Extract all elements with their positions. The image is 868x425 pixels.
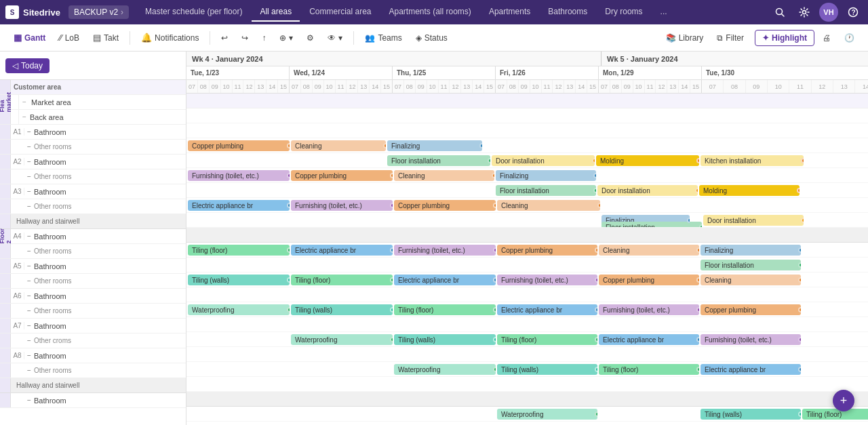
task-cleaning-a3[interactable]: Cleaning: [497, 200, 600, 211]
library-btn[interactable]: 📚 Library: [660, 31, 709, 45]
task-waterproof-a8[interactable]: Waterproofing: [394, 364, 496, 375]
gantt-btn[interactable]: ▦ Gantt: [8, 30, 51, 45]
task-tiling-floor-a4[interactable]: Tiling (floor): [188, 245, 290, 256]
gantt-a1-other[interactable]: Floor installation Door installation Mol…: [186, 153, 868, 168]
highlight-btn[interactable]: ✦ Highlight: [755, 30, 814, 46]
task-door-a3[interactable]: Door installation: [703, 215, 804, 226]
undo-btn[interactable]: ↩: [216, 31, 233, 45]
zoom-btn[interactable]: ⊕ ▾: [274, 31, 298, 45]
tab-bathrooms[interactable]: Bathrooms: [540, 3, 595, 22]
gantt-a8-bathroom[interactable]: Waterproofing Tiling (walls) Tiling (flo…: [186, 362, 868, 377]
task-tiling-walls-f3[interactable]: Tiling (walls): [701, 409, 801, 420]
search-icon-btn[interactable]: [770, 3, 789, 22]
task-copper-a5[interactable]: Copper plumbing: [599, 275, 699, 285]
task-electric-a8[interactable]: Electric appliance br: [701, 364, 801, 375]
collapse-market-btn[interactable]: −: [19, 97, 30, 108]
task-copper-a1[interactable]: Copper plumbing: [188, 140, 290, 151]
task-floor-a3[interactable]: Floor installation: [601, 222, 702, 228]
task-floor-a4[interactable]: Floor installation: [701, 260, 801, 270]
task-electric-a7[interactable]: Electric appliance br: [599, 334, 699, 345]
gantt-a3-other[interactable]: Finalizing Floor installation Door insta…: [186, 213, 868, 228]
task-furnish-a5[interactable]: Furnishing (toilet, etc.): [497, 275, 597, 285]
task-electric-a4[interactable]: Electric appliance br: [291, 245, 393, 256]
task-electric-a5[interactable]: Electric appliance br: [394, 275, 496, 285]
gantt-a4-other[interactable]: Floor installation: [186, 258, 868, 272]
task-cleaning-a2[interactable]: Cleaning: [394, 170, 494, 181]
task-finalizing-a4[interactable]: Finalizing: [701, 245, 801, 256]
gantt-a1-bathroom[interactable]: Copper plumbing Cleaning Finalizing: [186, 138, 868, 153]
task-molding-a2[interactable]: Molding: [699, 185, 800, 196]
task-tiling-floor-f3[interactable]: Tiling (floor): [802, 409, 868, 420]
gantt-a7-bathroom[interactable]: Waterproofing Tiling (walls) Tiling (flo…: [186, 332, 868, 347]
print-btn[interactable]: 🖨: [817, 31, 836, 45]
task-tiling-walls-a5[interactable]: Tiling (walls): [188, 275, 290, 285]
task-floor-a1[interactable]: Floor installation: [387, 155, 490, 166]
task-cleaning-a5[interactable]: Cleaning: [701, 275, 801, 285]
task-tiling-walls-a6[interactable]: Tiling (walls): [291, 304, 393, 315]
today-button[interactable]: ◁ Today: [5, 58, 50, 73]
task-end-dot-a8-4: [798, 367, 801, 372]
teams-btn[interactable]: 👥 Teams: [359, 31, 407, 45]
gantt-a5-bathroom[interactable]: Tiling (walls) Tiling (floor) Electric a…: [186, 272, 868, 287]
add-button[interactable]: +: [833, 390, 854, 411]
task-tiling-floor-a8[interactable]: Tiling (floor): [599, 364, 699, 375]
task-tiling-floor-a6[interactable]: Tiling (floor): [394, 304, 496, 315]
settings-icon-btn[interactable]: [795, 3, 814, 22]
task-floor-a2[interactable]: Floor installation: [496, 185, 596, 196]
history-btn[interactable]: 🕐: [839, 31, 860, 45]
tab-more[interactable]: ...: [652, 3, 675, 22]
task-furnish-a6[interactable]: Furnishing (toilet, etc.): [599, 304, 699, 315]
user-avatar[interactable]: VH: [819, 3, 838, 22]
upload-btn[interactable]: ↑: [256, 31, 271, 45]
task-copper-a2[interactable]: Copper plumbing: [291, 170, 393, 181]
redo-btn[interactable]: ↪: [236, 31, 254, 45]
task-waterproof-a6[interactable]: Waterproofing: [188, 304, 290, 315]
task-molding-a1[interactable]: Molding: [596, 155, 699, 166]
task-cleaning-a1[interactable]: Cleaning: [291, 140, 386, 151]
task-tiling-walls-a8[interactable]: Tiling (walls): [497, 364, 597, 375]
tab-dry-rooms[interactable]: Dry rooms: [597, 3, 650, 22]
task-copper-a3[interactable]: Copper plumbing: [394, 200, 496, 211]
notifications-btn[interactable]: 🔔 Notifications: [136, 30, 204, 45]
task-copper-a6[interactable]: Copper plumbing: [701, 304, 801, 315]
gantt-floor3-bathroom[interactable]: Waterproofing Tiling (walls) Tiling (flo…: [186, 407, 868, 422]
task-door-a2[interactable]: Door installation: [597, 185, 698, 196]
gantt-a6-bathroom[interactable]: Waterproofing Tiling (walls) Tiling (flo…: [186, 302, 868, 317]
gantt-a3-bathroom[interactable]: Electric appliance br Furnishing (toilet…: [186, 198, 868, 213]
gantt-a4-bathroom[interactable]: Tiling (floor) Electric appliance br Fur…: [186, 243, 868, 258]
tab-commercial-area[interactable]: Commercial area: [301, 3, 379, 22]
task-door-a1[interactable]: Door installation: [492, 155, 595, 166]
task-waterproof-a7[interactable]: Waterproofing: [291, 334, 393, 345]
tab-apartments[interactable]: Apartments: [481, 3, 538, 22]
lob-btn[interactable]: ⁄⁄ LoB: [54, 30, 85, 45]
tab-all-areas[interactable]: All areas: [252, 3, 300, 22]
task-tiling-walls-a7[interactable]: Tiling (walls): [394, 334, 496, 345]
task-cleaning-a4[interactable]: Cleaning: [599, 245, 699, 256]
task-kitchen-a1[interactable]: Kitchen installation: [701, 155, 804, 166]
task-furnish-a3[interactable]: Furnishing (toilet, etc.): [291, 200, 393, 211]
task-furnish-a7[interactable]: Furnishing (toilet, etc.): [701, 334, 801, 345]
task-waterproof-f3[interactable]: Waterproofing: [497, 409, 597, 420]
status-btn[interactable]: ◈ Status: [410, 31, 453, 45]
task-finalizing-a2[interactable]: Finalizing: [496, 170, 596, 181]
takt-btn[interactable]: ▤ Takt: [87, 30, 124, 45]
task-tiling-floor-a5[interactable]: Tiling (floor): [291, 275, 393, 285]
filter-btn[interactable]: ⧉ Filter: [711, 31, 749, 45]
tab-apartments-all[interactable]: Apartments (all rooms): [381, 3, 479, 22]
task-electric-a6[interactable]: Electric appliance br: [497, 304, 597, 315]
collapse-back-btn[interactable]: −: [19, 112, 30, 123]
task-tiling-floor-a7[interactable]: Tiling (floor): [497, 334, 597, 345]
settings2-btn[interactable]: ⚙: [301, 31, 319, 45]
task-furnish-a2[interactable]: Furnishing (toilet, etc.): [188, 170, 290, 181]
eye-btn[interactable]: 👁 ▾: [322, 31, 348, 45]
task-furnish-a4[interactable]: Furnishing (toilet, etc.): [394, 245, 496, 256]
gantt-a2-other[interactable]: Floor installation Door installation Mol…: [186, 183, 868, 198]
task-copper-a4[interactable]: Copper plumbing: [497, 245, 597, 256]
gantt-a2-bathroom[interactable]: Furnishing (toilet, etc.) Copper plumbin…: [186, 168, 868, 183]
task-electric-a3[interactable]: Electric appliance br: [188, 200, 290, 211]
help-icon-btn[interactable]: ?: [844, 3, 863, 22]
tab-master-schedule[interactable]: Master schedule (per floor): [137, 3, 250, 22]
task-finalizing-a1[interactable]: Finalizing: [387, 140, 482, 151]
gantt-area[interactable]: Wk 4 · January 2024 Wk 5 · January 2024 …: [186, 52, 868, 425]
project-name[interactable]: BACKUP v2 ›: [68, 5, 129, 19]
